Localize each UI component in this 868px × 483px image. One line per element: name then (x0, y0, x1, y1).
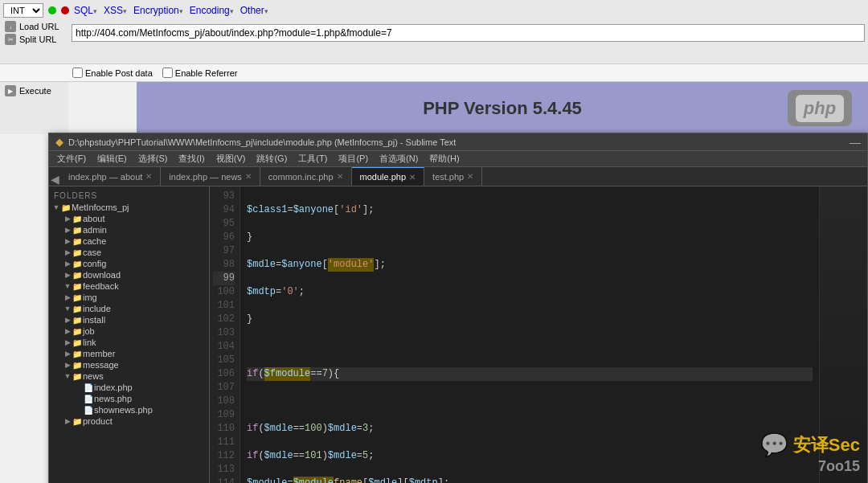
file-icon: 📄 (83, 395, 94, 403)
arrow-icon: ▶ (63, 226, 72, 234)
sublime-title: D:\phpstudy\PHPTutorial\WWW\MetInfocms_p… (68, 137, 850, 147)
tree-item-root[interactable]: ▼ 📁 MetInfocms_pj (49, 202, 209, 213)
menu-edit[interactable]: 编辑(E) (92, 152, 132, 166)
encryption-menu[interactable]: Encryption (133, 5, 183, 16)
folder-icon: 📁 (72, 260, 83, 268)
arrow-icon: ▶ (63, 361, 72, 369)
arrow-icon: ▶ (63, 215, 72, 223)
tab-label: module.php (360, 172, 407, 182)
arrow-icon: ▶ (63, 417, 72, 425)
file-icon: 📄 (83, 383, 94, 392)
arrow-icon: ▶ (63, 316, 72, 324)
folder-icon: 📁 (72, 316, 83, 325)
code-line-95: $mdle = $anyone['module']; (247, 258, 813, 272)
enable-referrer-checkbox-label[interactable]: Enable Referrer (162, 68, 238, 78)
code-line-97: } (247, 313, 813, 326)
menu-preferences[interactable]: 首选项(N) (375, 152, 423, 166)
code-content[interactable]: $class1 = $anyone['id']; } $mdle = $anyo… (240, 186, 819, 483)
tree-file-shownews[interactable]: 📄 shownews.php (49, 404, 209, 415)
tree-item-case[interactable]: ▶ 📁 case (49, 247, 209, 258)
tree-item-cache[interactable]: ▶ 📁 cache (49, 235, 209, 247)
tree-item-member[interactable]: ▶ 📁 member (49, 348, 209, 359)
enable-post-checkbox[interactable] (72, 68, 83, 78)
tab-module-active[interactable]: module.php ✕ (352, 167, 425, 186)
sublime-window: ◆ D:\phpstudy\PHPTutorial\WWW\MetInfocms… (48, 133, 868, 483)
folder-icon: 📁 (72, 248, 83, 257)
split-url-button[interactable]: ✂ Split URL (3, 33, 72, 46)
arrow-icon: ▶ (63, 293, 72, 301)
tab-test[interactable]: test.php ✕ (424, 167, 482, 186)
folder-icon: 📁 (72, 282, 83, 291)
execute-button[interactable]: ▶ Execute (0, 82, 68, 100)
folders-label: FOLDERS (49, 190, 209, 202)
tab-common[interactable]: common.inc.php ✕ (260, 167, 352, 186)
tree-file-index[interactable]: 📄 index.php (49, 382, 209, 393)
enable-referrer-label: Enable Referrer (175, 68, 238, 78)
file-icon: 📄 (83, 406, 94, 415)
sublime-icon: ◆ (55, 136, 63, 148)
arrow-icon: ▼ (52, 203, 60, 211)
sublime-close-button[interactable]: — (850, 136, 861, 149)
sql-menu[interactable]: SQL (74, 5, 97, 16)
encoding-menu[interactable]: Encoding (190, 5, 234, 16)
tab-close-about[interactable]: ✕ (145, 172, 152, 181)
arrow-icon: ▶ (63, 271, 72, 279)
arrow-icon: ▶ (63, 237, 72, 245)
url-input[interactable] (72, 24, 865, 42)
tree-item-product[interactable]: ▶ 📁 product (49, 415, 209, 427)
code-line-98 (247, 340, 813, 354)
tree-item-message[interactable]: ▶ 📁 message (49, 359, 209, 370)
menu-goto[interactable]: 跳转(G) (252, 152, 292, 166)
tab-close-common[interactable]: ✕ (337, 172, 343, 181)
menu-tools[interactable]: 工具(T) (293, 152, 332, 166)
dot-green-indicator (48, 6, 56, 14)
tab-close-news[interactable]: ✕ (245, 172, 252, 181)
folder-icon: 📁 (72, 237, 83, 246)
xss-menu[interactable]: XSS (104, 5, 127, 16)
folder-icon: 📁 (60, 203, 72, 212)
side-buttons: ↓ Load URL ✂ Split URL (3, 20, 72, 46)
code-line-103: $module = $modulefname[$mdle][$mdtp]; (247, 477, 813, 483)
tree-item-download[interactable]: ▶ 📁 download (49, 269, 209, 280)
split-url-icon: ✂ (5, 34, 16, 45)
menu-select[interactable]: 选择(S) (133, 152, 173, 166)
tree-item-install[interactable]: ▶ 📁 install (49, 314, 209, 325)
enable-post-checkbox-label[interactable]: Enable Post data (72, 68, 153, 78)
php-banner-area: ▶ Execute PHP Version 5.4.45 php (0, 82, 868, 134)
tree-item-config[interactable]: ▶ 📁 config (49, 258, 209, 269)
tab-label: index.php — about (68, 172, 142, 182)
tree-item-link[interactable]: ▶ 📁 link (49, 337, 209, 348)
tree-item-img[interactable]: ▶ 📁 img (49, 292, 209, 303)
int-select[interactable]: INT (3, 3, 43, 18)
load-url-button[interactable]: ↓ Load URL (3, 20, 72, 33)
folder-icon: 📁 (72, 417, 83, 426)
other-menu[interactable]: Other (240, 5, 268, 16)
tree-file-news[interactable]: 📄 news.php (49, 393, 209, 404)
code-line-99: if($fmodule==7){ (247, 367, 813, 381)
tab-index-about[interactable]: index.php — about ✕ (60, 167, 161, 186)
tree-item-include[interactable]: ▼ 📁 include (49, 303, 209, 314)
tab-close-module[interactable]: ✕ (409, 173, 416, 182)
menu-view[interactable]: 视图(V) (211, 152, 251, 166)
folder-tree[interactable]: FOLDERS ▼ 📁 MetInfocms_pj ▶ 📁 about ▶ 📁 … (49, 186, 210, 483)
menu-find[interactable]: 查找(I) (174, 152, 209, 166)
tree-item-news[interactable]: ▼ 📁 news (49, 370, 209, 382)
enable-post-label: Enable Post data (85, 68, 153, 78)
tab-close-test[interactable]: ✕ (467, 172, 473, 181)
tree-item-about[interactable]: ▶ 📁 about (49, 213, 209, 224)
code-editor[interactable]: 9394959697 9899100 101102103104105 10610… (210, 186, 819, 483)
menu-file[interactable]: 文件(F) (52, 152, 91, 166)
tree-item-admin[interactable]: ▶ 📁 admin (49, 224, 209, 235)
menu-help[interactable]: 帮助(H) (424, 152, 464, 166)
tab-prev-button[interactable]: ◀ (49, 173, 60, 186)
enable-referrer-checkbox[interactable] (162, 68, 173, 78)
code-line-94: } (247, 231, 813, 244)
sublime-body: FOLDERS ▼ 📁 MetInfocms_pj ▶ 📁 about ▶ 📁 … (49, 186, 867, 483)
tab-index-news[interactable]: index.php — news ✕ (161, 167, 260, 186)
menu-project[interactable]: 项目(P) (334, 152, 373, 166)
folder-icon: 📁 (72, 361, 83, 370)
code-line-100 (247, 395, 813, 408)
tree-item-job[interactable]: ▶ 📁 job (49, 325, 209, 337)
tree-item-feedback[interactable]: ▼ 📁 feedback (49, 280, 209, 292)
tab-label: index.php — news (169, 172, 242, 182)
